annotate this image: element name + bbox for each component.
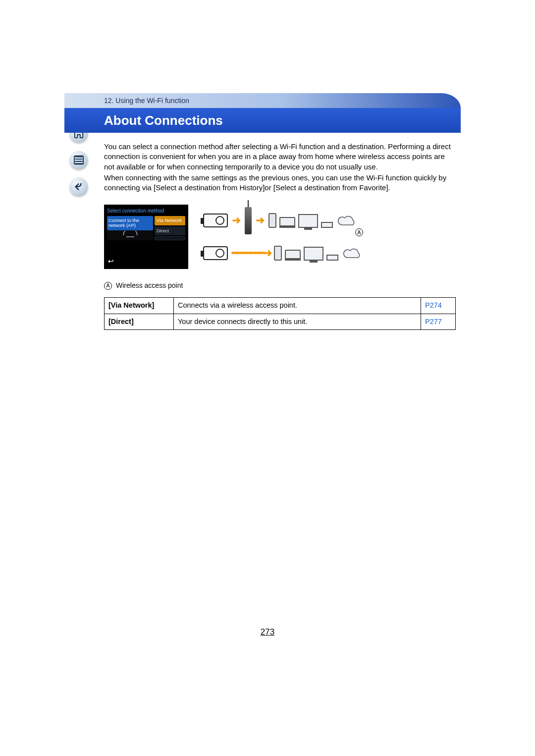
connection-methods-table: [Via Network] Connects via a wireless ac… <box>104 297 456 330</box>
menu-back-icon: ↩ <box>108 257 114 266</box>
table-row: [Direct] Your device connects directly t… <box>105 314 456 330</box>
recorder-icon <box>321 222 333 228</box>
cloud-service-icon <box>336 215 358 228</box>
menu-graphic-icon <box>107 230 153 240</box>
page-link[interactable]: P277 <box>421 314 456 330</box>
diagram-caption: A Wireless access point <box>104 281 456 290</box>
row-name: [Direct] <box>105 314 174 330</box>
connection-diagram: Select connection method Connect to the … <box>104 205 456 269</box>
flow-direct: ━━━━━━━➜ <box>203 238 456 268</box>
row-name: [Via Network] <box>105 298 174 314</box>
flow-diagrams: ➜ ➜ A <box>203 205 456 269</box>
page: 12. Using the Wi-Fi function About Conne… <box>64 93 461 330</box>
menu-title: Select connection method <box>107 208 185 215</box>
chapter-label: 12. Using the Wi-Fi function <box>104 97 189 105</box>
phone-icon <box>274 246 282 261</box>
camera-icon <box>203 214 228 227</box>
paragraph-2: When connecting with the same settings a… <box>104 173 456 193</box>
recorder-icon <box>326 255 338 261</box>
menu-via-network: Via Network <box>155 216 185 225</box>
row-desc: Connects via a wireless access point. <box>174 298 421 314</box>
device-group <box>274 246 363 261</box>
marker-a-in-diagram: A <box>263 228 456 236</box>
menu-empty-slot <box>155 236 185 240</box>
caption-text: Wireless access point <box>116 281 183 290</box>
section-title: About Connections <box>104 113 223 128</box>
section-title-bar: About Connections <box>64 108 461 133</box>
caption-marker-a: A <box>104 282 112 290</box>
chapter-header: 12. Using the Wi-Fi function <box>64 93 461 108</box>
monitor-icon <box>298 214 318 228</box>
page-link[interactable]: P274 <box>421 298 456 314</box>
laptop-icon <box>285 250 301 261</box>
menu-direct: Direct <box>155 226 185 236</box>
paragraph-1: You can select a connection method after… <box>104 142 456 172</box>
content-area: You can select a connection method after… <box>64 133 461 330</box>
laptop-icon <box>279 217 295 228</box>
long-arrow-icon: ━━━━━━━➜ <box>232 246 270 261</box>
phone-icon <box>268 213 276 228</box>
arrow-icon: ➜ <box>256 213 265 228</box>
device-group <box>268 213 358 228</box>
arrow-icon: ➜ <box>232 213 241 228</box>
router-icon <box>245 207 252 234</box>
marker-circle-a: A <box>355 228 363 236</box>
page-number: 273 <box>261 627 274 637</box>
row-desc: Your device connects directly to this un… <box>174 314 421 330</box>
table-row: [Via Network] Connects via a wireless ac… <box>105 298 456 314</box>
camera-icon <box>203 246 228 260</box>
monitor-icon <box>304 247 323 261</box>
cloud-service-icon <box>341 248 363 261</box>
menu-connect-ap: Connect to the network (AP) <box>107 216 153 230</box>
camera-menu-screenshot: Select connection method Connect to the … <box>104 205 188 269</box>
